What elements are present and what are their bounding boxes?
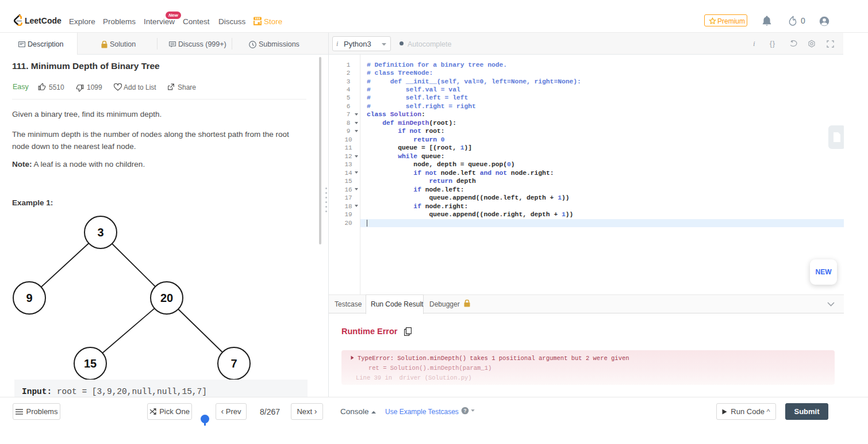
svg-text:20: 20 bbox=[160, 292, 173, 304]
svg-text:9: 9 bbox=[26, 292, 32, 304]
svg-text:15: 15 bbox=[84, 357, 97, 370]
svg-text:7: 7 bbox=[231, 357, 237, 370]
svg-text:3: 3 bbox=[97, 226, 103, 239]
svg-text:?: ? bbox=[464, 408, 467, 414]
